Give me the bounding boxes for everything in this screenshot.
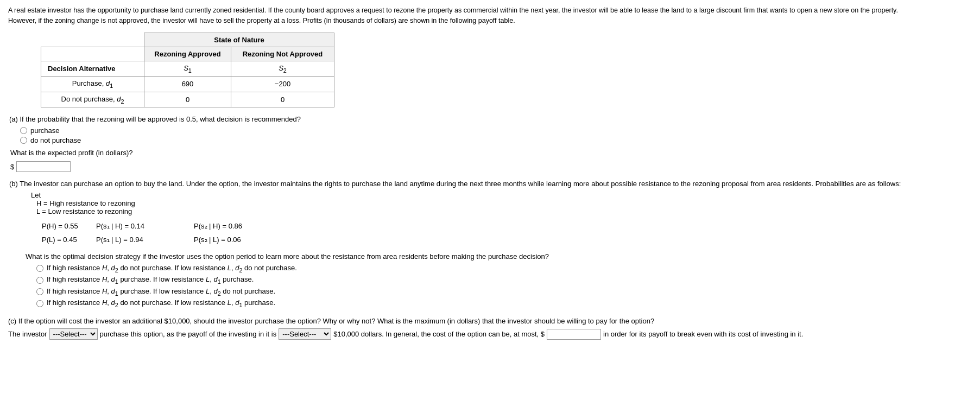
- strategy-question: What is the optimal decision strategy if…: [26, 252, 972, 260]
- prob-s1L: P(s₁ | L) = 0.94: [96, 233, 194, 247]
- profit-row: What is the expected profit (in dollars)…: [10, 149, 972, 157]
- prob-line-2: P(L) = 0.45 P(s₁ | L) = 0.94 P(s₂ | L) =…: [42, 233, 972, 247]
- s1-header: S1: [144, 61, 231, 77]
- profit-input-row: $: [10, 161, 972, 172]
- prob-PL: P(L) = 0.45: [42, 233, 96, 247]
- col2-header: Rezoning Not Approved: [231, 47, 334, 61]
- select-should[interactable]: ---Select--- should should not: [49, 328, 98, 340]
- strategy-label-1: If high resistance H, d2 do not purchase…: [47, 264, 297, 274]
- section-c: (c) If the option will cost the investor…: [8, 317, 972, 340]
- select-comparison[interactable]: ---Select--- greater than less than equa…: [279, 328, 331, 340]
- strategy-radio-2[interactable]: [36, 277, 43, 284]
- strategy-radio-1[interactable]: [36, 265, 43, 272]
- section-a-options: purchase do not purchase: [20, 126, 972, 144]
- prob-PH: P(H) = 0.55: [42, 220, 96, 233]
- radio-do-not-purchase-label: do not purchase: [30, 136, 81, 144]
- prob-s1H: P(s₁ | H) = 0.14: [96, 220, 194, 233]
- radio-do-not-purchase-input[interactable]: [20, 137, 27, 144]
- intro-paragraph: A real estate investor has the opportuni…: [8, 5, 972, 26]
- suffix-text: in order for its payoff to break even wi…: [603, 330, 803, 338]
- strategy-option-1[interactable]: If high resistance H, d2 do not purchase…: [36, 264, 972, 274]
- strategy-label-4: If high resistance H, d2 do not purchase…: [47, 298, 275, 308]
- state-of-nature-header: State of Nature: [144, 33, 334, 47]
- prob-block: P(H) = 0.55 P(s₁ | H) = 0.14 P(s₂ | H) =…: [42, 220, 972, 246]
- let-block: Let H = High resistance to rezoning L = …: [31, 191, 972, 215]
- purchase-text: purchase this option, as the payoff of t…: [100, 330, 277, 338]
- amount-text: $10,000 dollars. In general, the cost of…: [333, 330, 545, 338]
- row2-val2: 0: [231, 92, 334, 107]
- strategy-radio-4[interactable]: [36, 300, 43, 307]
- let-label: Let: [31, 191, 972, 199]
- section-c-question: (c) If the option will cost the investor…: [8, 317, 972, 325]
- strategy-option-2[interactable]: If high resistance H, d1 purchase. If lo…: [36, 275, 972, 285]
- prob-s2H: P(s₂ | H) = 0.86: [194, 220, 292, 233]
- expected-profit-input[interactable]: [16, 161, 71, 172]
- s2-header: S2: [231, 61, 334, 77]
- strategy-label-2: If high resistance H, d1 purchase. If lo…: [47, 275, 254, 285]
- strategy-label-3: If high resistance H, d1 purchase. If lo…: [47, 287, 275, 297]
- strategy-option-4[interactable]: If high resistance H, d2 do not purchase…: [36, 298, 972, 308]
- row2-label: Do not purchase, d2: [41, 92, 144, 107]
- investor-prefix: The investor: [8, 330, 47, 338]
- dollar-sign: $: [10, 163, 14, 171]
- section-b: (b) The investor can purchase an option …: [8, 180, 972, 308]
- strategy-options: If high resistance H, d2 do not purchase…: [36, 264, 972, 308]
- strategy-radio-3[interactable]: [36, 288, 43, 295]
- section-a-question: (a) If the probability that the rezoning…: [9, 115, 972, 123]
- payoff-table: State of Nature Rezoning Approved Rezoni…: [41, 33, 334, 108]
- section-b-question: (b) The investor can purchase an option …: [9, 180, 972, 188]
- prob-line-1: P(H) = 0.55 P(s₁ | H) = 0.14 P(s₂ | H) =…: [42, 220, 972, 233]
- radio-purchase-label: purchase: [30, 126, 59, 135]
- row1-val2: −200: [231, 77, 334, 92]
- row1-label: Purchase, d1: [41, 77, 144, 92]
- L-def: L = Low resistance to rezoning: [36, 207, 972, 215]
- row2-val1: 0: [144, 92, 231, 107]
- investor-row: The investor ---Select--- should should …: [8, 328, 972, 340]
- col1-header: Rezoning Approved: [144, 47, 231, 61]
- strategy-option-3[interactable]: If high resistance H, d1 purchase. If lo…: [36, 287, 972, 297]
- decision-alt-label: Decision Alternative: [41, 61, 144, 77]
- prob-s2L: P(s₂ | L) = 0.06: [194, 233, 292, 247]
- radio-do-not-purchase[interactable]: do not purchase: [20, 136, 972, 144]
- radio-purchase-input[interactable]: [20, 127, 27, 134]
- max-amount-input[interactable]: [547, 329, 601, 340]
- H-def: H = High resistance to rezoning: [36, 199, 972, 207]
- row1-val1: 690: [144, 77, 231, 92]
- profit-label: What is the expected profit (in dollars)…: [10, 149, 132, 157]
- section-a: (a) If the probability that the rezoning…: [8, 115, 972, 172]
- payoff-table-container: State of Nature Rezoning Approved Rezoni…: [41, 33, 972, 108]
- radio-purchase[interactable]: purchase: [20, 126, 972, 135]
